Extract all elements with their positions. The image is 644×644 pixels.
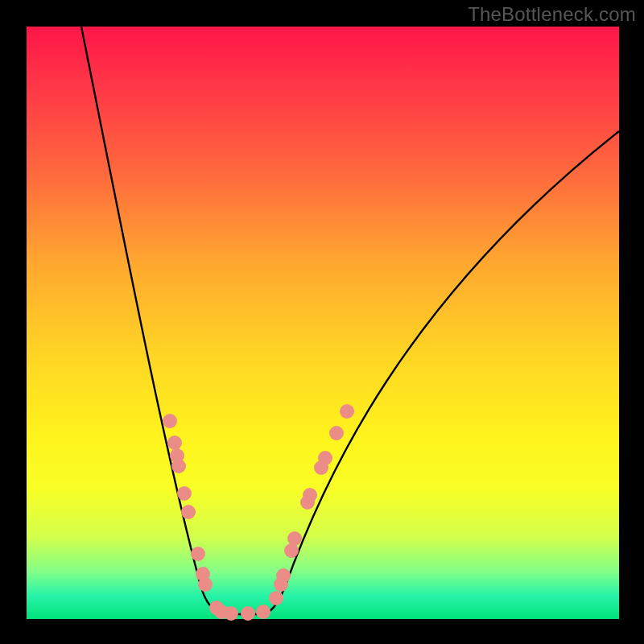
data-point — [318, 451, 332, 465]
data-point — [329, 426, 344, 440]
left-curve — [81, 27, 244, 614]
right-dots-group — [256, 404, 354, 619]
watermark-text: TheBottleneck.com — [468, 3, 636, 26]
data-point — [224, 606, 238, 621]
data-point — [191, 547, 205, 561]
data-point — [163, 414, 177, 428]
data-point — [167, 436, 182, 450]
data-point — [171, 459, 186, 473]
data-point — [177, 486, 192, 501]
chart-svg — [27, 27, 619, 619]
data-point — [340, 404, 354, 419]
data-point — [256, 605, 270, 619]
data-point — [303, 488, 317, 502]
data-point — [181, 505, 196, 519]
chart-frame: TheBottleneck.com — [0, 0, 644, 644]
data-point — [269, 591, 283, 605]
curve-group — [81, 27, 619, 614]
data-point — [241, 606, 255, 621]
data-point — [276, 568, 291, 583]
data-point — [287, 531, 302, 546]
data-point — [198, 577, 213, 592]
left-dots-group — [163, 414, 255, 621]
